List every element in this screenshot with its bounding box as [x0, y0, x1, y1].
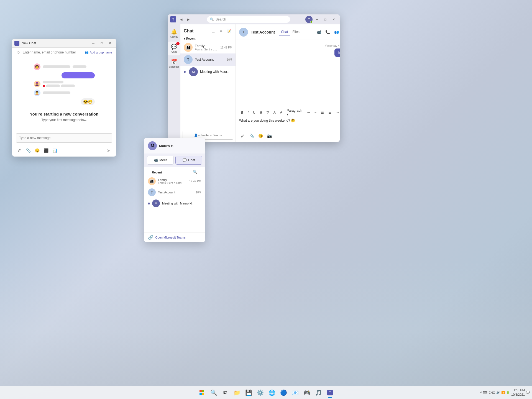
keyboard-icon[interactable]: ⌨ — [483, 391, 487, 394]
sticker-button[interactable]: 🖊 — [239, 132, 246, 139]
teams-close-button[interactable]: ✕ — [330, 16, 337, 23]
bold-button[interactable]: B — [239, 109, 245, 116]
chat-item-test-account[interactable]: T Test Account 10/7 — [180, 53, 236, 66]
taskbar-settings[interactable]: ⚙️ — [255, 387, 266, 398]
filter-button[interactable]: ☰ — [210, 28, 217, 34]
taskbar-chrome[interactable]: 🔵 — [278, 387, 289, 398]
taskbar-search-button[interactable]: 🔍 — [208, 387, 219, 398]
sidebar-item-calendar[interactable]: 📅 Calendar — [168, 57, 180, 70]
add-group-button[interactable]: 👥 Add group name — [85, 51, 112, 54]
emoji-icon[interactable]: 😊 — [34, 147, 40, 154]
chevron-up-icon[interactable]: ^ — [480, 391, 482, 394]
taskbar-file-explorer[interactable]: 📁 — [231, 387, 242, 398]
compose-bottom-icons: 🖊 📎 😊 📷 — [239, 132, 273, 139]
chat-panel-header: T Test Account Chat Files 📹 📞 👥 ⋯ — [236, 24, 340, 40]
teams-minimize-button[interactable]: ─ — [313, 16, 321, 23]
tab-chat[interactable]: Chat — [279, 29, 290, 35]
gif-button[interactable]: 📷 — [266, 132, 273, 139]
strikethrough-button[interactable]: S — [258, 109, 264, 116]
teams-maximize-button[interactable]: □ — [321, 16, 329, 23]
font-color-button[interactable]: A — [272, 109, 277, 116]
minimize-button[interactable]: ─ — [89, 40, 97, 46]
close-button[interactable]: ✕ — [106, 40, 114, 46]
msg-timestamp: Yesterday 4:15 PM — [325, 44, 340, 47]
open-teams-button[interactable]: 🔗 Open Microsoft Teams — [144, 232, 205, 242]
taskbar: 🔍 ⧉ 📁 💾 ⚙️ 🌐 🔵 📧 🎮 🎵 T ^ ⌨ ENG 🔊 📶 🔋 — [0, 386, 532, 399]
popup-family-time: 12:42 PM — [189, 180, 201, 183]
list-button[interactable]: ☰ — [319, 109, 326, 116]
illus-emojis: 😎😁 — [81, 98, 95, 105]
italic-button[interactable]: I — [246, 109, 250, 116]
chat-list-header: Chat ☰ ✏ 📝 — [180, 24, 236, 36]
compose-button[interactable]: ✏ — [218, 28, 224, 34]
taskbar-store[interactable]: 💾 — [243, 387, 254, 398]
taskbar-extra1[interactable]: 🎮 — [301, 387, 312, 398]
new-chat-window: T New Chat ─ □ ✕ To: 👥 Add group name 🧑 — [12, 39, 116, 157]
forward-button[interactable]: ▶ — [185, 16, 192, 22]
gif-icon[interactable]: ⬛ — [43, 147, 49, 154]
taskbar-teams[interactable]: T — [324, 387, 336, 398]
highlight-button[interactable]: ▽ — [265, 109, 271, 116]
family-preview: Forms: Sent a card — [195, 48, 218, 51]
align-left-button[interactable]: ≡ — [313, 109, 318, 116]
notification-icon[interactable]: 💬 — [526, 391, 530, 394]
chat-messages-area: Yesterday 4:15 PM hello ✓ — [236, 40, 340, 107]
chat-item-mauro[interactable]: M Meeting with Mauro H. — [180, 66, 236, 78]
new-message-input[interactable] — [16, 133, 112, 143]
compose-input[interactable]: What are you doing this weekend? 🤔 — [239, 117, 340, 130]
popup-item-mauro[interactable]: M Meeting with Mauro H. — [144, 198, 205, 209]
options-button[interactable]: ⋯ — [305, 109, 312, 116]
chat-popup-button[interactable]: 💬 Chat — [175, 156, 202, 165]
chat-item-family[interactable]: 👨‍👩‍👧 Family Forms: Sent a card 12:42 PM — [180, 41, 236, 53]
popup-test-info: Test Account — [158, 191, 194, 194]
taskbar-mail[interactable]: 📧 — [290, 387, 301, 398]
network-icon[interactable]: 📶 — [501, 391, 505, 394]
teams-logo-icon: T — [14, 41, 19, 46]
popup-unread-dot — [148, 203, 150, 204]
maximize-button[interactable]: □ — [98, 40, 106, 46]
back-button[interactable]: ◀ — [178, 16, 185, 22]
attach-button[interactable]: 📎 — [248, 132, 255, 139]
send-button[interactable]: ➤ — [104, 147, 112, 154]
taskbar-start-button[interactable] — [196, 387, 208, 398]
test-account-info: Test Account — [195, 58, 225, 62]
language-label[interactable]: ENG — [488, 391, 495, 394]
battery-icon[interactable]: 🔋 — [506, 391, 510, 394]
svg-rect-0 — [200, 390, 202, 392]
teams-search-bar[interactable]: 🔍 Search — [207, 16, 290, 23]
sidebar-item-chat[interactable]: 💬 1 Chat — [168, 42, 180, 55]
people-button[interactable]: 👥 — [333, 28, 340, 36]
video-call-button[interactable]: 📹 — [315, 28, 323, 36]
chat-list-panel: Chat ☰ ✏ 📝 ▾ Recent 👨‍👩‍👧 Family Fo — [180, 24, 236, 142]
popup-name: Mauro H. — [159, 144, 175, 148]
meet-button[interactable]: 📹 Meet — [147, 156, 174, 165]
sidebar-item-activity[interactable]: 🔔 Activity — [168, 27, 180, 40]
taskbar-time[interactable]: 1:18 PM 10/8/2021 — [511, 388, 525, 397]
more-button[interactable]: ⋯ — [334, 109, 340, 116]
taskbar-task-view-button[interactable]: ⧉ — [220, 387, 231, 398]
attach-icon[interactable]: 📎 — [25, 147, 32, 154]
taskbar-extra2[interactable]: 🎵 — [313, 387, 324, 398]
volume-icon[interactable]: 🔊 — [496, 391, 500, 394]
recent-label: ▾ Recent — [180, 36, 236, 41]
paragraph-dropdown[interactable]: Paragraph ▾ — [285, 109, 304, 116]
user-avatar[interactable]: T — [305, 16, 313, 23]
popup-item-family[interactable]: 👨‍👩‍👧 Family Forms: Sent a card 12:42 PM — [144, 176, 205, 187]
to-input[interactable] — [23, 50, 83, 54]
popup-search-button[interactable]: 🔍 — [192, 168, 198, 175]
nav-buttons: ◀ ▶ — [178, 16, 192, 22]
emoji-button[interactable]: 😊 — [257, 132, 264, 139]
audio-call-button[interactable]: 📞 — [324, 28, 332, 36]
font-size-button[interactable]: A — [278, 109, 284, 116]
taskbar-edge[interactable]: 🌐 — [266, 387, 277, 398]
underline-button[interactable]: U — [251, 109, 257, 116]
format-icon[interactable]: 🖊 — [16, 147, 23, 154]
illus-row-1: 🧑 — [34, 63, 95, 70]
new-convo-subtitle: Type your first message below. — [41, 118, 87, 122]
tab-files[interactable]: Files — [290, 29, 301, 35]
bullet-list-button[interactable]: ≣ — [327, 109, 333, 116]
mauro-unread-dot — [184, 71, 186, 73]
chart-icon[interactable]: 📊 — [52, 147, 58, 154]
new-chat-action-button[interactable]: 📝 — [226, 28, 232, 34]
popup-item-test-account[interactable]: T Test Account 10/7 — [144, 187, 205, 198]
